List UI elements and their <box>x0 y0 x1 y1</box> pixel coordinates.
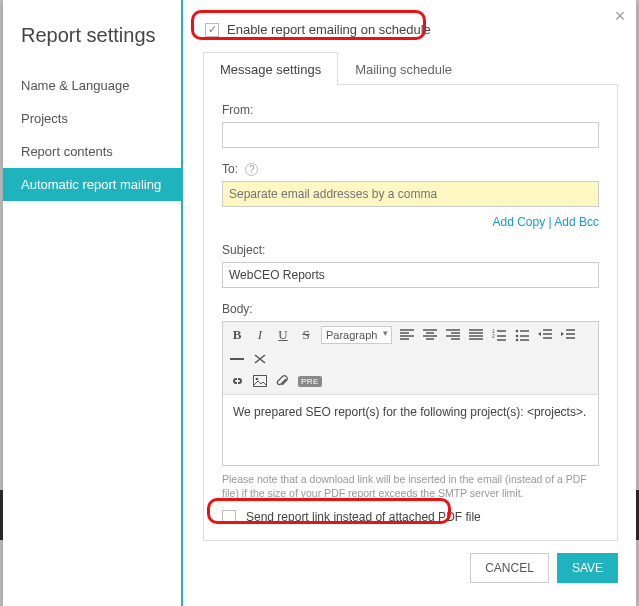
add-bcc-link[interactable]: Add Bcc <box>554 215 599 229</box>
cancel-button[interactable]: CANCEL <box>470 553 549 583</box>
align-justify-icon[interactable] <box>468 327 484 343</box>
hr-icon[interactable] <box>229 351 245 367</box>
nav-projects[interactable]: Projects <box>3 102 181 135</box>
footer: CANCEL SAVE <box>203 541 618 587</box>
align-center-icon[interactable] <box>422 327 438 343</box>
align-left-icon[interactable] <box>399 327 415 343</box>
italic-icon[interactable]: I <box>252 327 268 343</box>
tab-mailing-schedule[interactable]: Mailing schedule <box>338 52 469 85</box>
nav-report-contents[interactable]: Report contents <box>3 135 181 168</box>
strike-icon[interactable]: S <box>298 327 314 343</box>
svg-point-4 <box>516 339 519 341</box>
attach-icon[interactable] <box>275 373 291 389</box>
send-link-label: Send report link instead of attached PDF… <box>246 510 481 524</box>
list-ordered-icon[interactable]: 12 <box>491 327 507 343</box>
nav-automatic-mailing[interactable]: Automatic report mailing <box>3 168 181 201</box>
sidebar: Report settings Name & Language Projects… <box>3 0 183 606</box>
subject-input[interactable] <box>222 262 599 288</box>
editor-toolbar: B I U S Paragraph 12 <box>223 322 598 395</box>
body-textarea[interactable]: We prepared SEO report(s) for the follow… <box>223 395 598 465</box>
report-settings-modal: × Report settings Name & Language Projec… <box>3 0 636 606</box>
outdent-icon[interactable] <box>537 327 553 343</box>
pdf-note: Please note that a download link will be… <box>222 472 599 500</box>
enable-emailing-checkbox[interactable]: ✓ <box>205 23 219 37</box>
paragraph-format-select[interactable]: Paragraph <box>321 326 392 344</box>
tabbar: Message settings Mailing schedule <box>203 51 618 85</box>
svg-rect-5 <box>230 358 244 360</box>
pre-badge[interactable]: PRE <box>298 376 322 387</box>
link-icon[interactable] <box>229 373 245 389</box>
send-link-checkbox[interactable] <box>222 510 236 524</box>
help-icon[interactable]: ? <box>245 163 258 176</box>
body-label: Body: <box>222 302 599 316</box>
rich-text-editor: B I U S Paragraph 12 <box>222 321 599 466</box>
tab-message-settings[interactable]: Message settings <box>203 52 338 85</box>
from-input[interactable] <box>222 122 599 148</box>
to-label: To: ? <box>222 162 599 176</box>
align-right-icon[interactable] <box>445 327 461 343</box>
modal-title: Report settings <box>3 0 181 69</box>
image-icon[interactable] <box>252 373 268 389</box>
svg-point-7 <box>256 378 259 381</box>
svg-text:2: 2 <box>492 333 495 339</box>
list-bullet-icon[interactable] <box>514 327 530 343</box>
svg-point-3 <box>516 335 519 338</box>
subject-label: Subject: <box>222 243 599 257</box>
content-pane: ✓ Enable report emailing on schedule Mes… <box>185 0 636 606</box>
underline-icon[interactable]: U <box>275 327 291 343</box>
svg-point-2 <box>516 330 519 333</box>
add-copy-link[interactable]: Add Copy <box>492 215 545 229</box>
enable-emailing-label: Enable report emailing on schedule <box>227 22 431 37</box>
from-label: From: <box>222 103 599 117</box>
remove-format-icon[interactable] <box>252 351 268 367</box>
message-settings-panel: From: To: ? Add Copy | Add Bcc Subject: … <box>203 85 618 541</box>
bold-icon[interactable]: B <box>229 327 245 343</box>
to-input[interactable] <box>222 181 599 207</box>
svg-rect-6 <box>254 376 267 387</box>
save-button[interactable]: SAVE <box>557 553 618 583</box>
nav-name-language[interactable]: Name & Language <box>3 69 181 102</box>
indent-icon[interactable] <box>560 327 576 343</box>
